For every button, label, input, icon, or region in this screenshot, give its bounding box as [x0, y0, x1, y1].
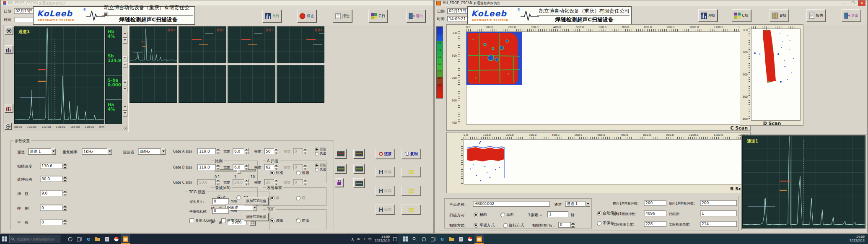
toolbar-cscan-button[interactable]: C扫: [368, 10, 388, 22]
date-field[interactable]: 02月13日: [447, 8, 467, 14]
row-gap-field[interactable]: 1: [700, 210, 737, 216]
notepad-icon[interactable]: [456, 234, 465, 244]
toolbar-ascan-button[interactable]: A扫: [262, 10, 282, 22]
date-field[interactable]: 02月13日: [14, 8, 34, 14]
cscan-plot[interactable]: [466, 31, 748, 125]
search-input[interactable]: [16, 237, 58, 241]
ime-indicator[interactable]: 中: [367, 234, 373, 244]
mini-channel-panel-1[interactable]: 通道1: [130, 26, 177, 63]
print-2-button[interactable]: [402, 186, 421, 196]
gate-b-start-spinner[interactable]: [216, 164, 220, 170]
dir-vertical-radio[interactable]: 纵向: [500, 212, 514, 218]
toolbar-report-button[interactable]: 报告: [806, 9, 826, 22]
save-params-button[interactable]: 保存: [376, 167, 395, 177]
tcg-add-button[interactable]: 添加TCG取值: [244, 197, 268, 205]
restore-button[interactable]: 还原: [376, 149, 395, 159]
gate-a-amp-spinner[interactable]: [274, 148, 278, 154]
ascan-standard-radio[interactable]: 标准: [270, 170, 283, 176]
print-1-button[interactable]: [402, 167, 421, 177]
gate-c-width-field[interactable]: 20.0: [233, 179, 244, 185]
notepad-icon[interactable]: [102, 234, 111, 244]
chevron-down-icon[interactable]: [51, 148, 56, 155]
gate-b-start-field[interactable]: 119.0: [197, 164, 216, 170]
scan-reject-spinner[interactable]: [571, 222, 575, 228]
gate-a-color-button[interactable]: [335, 149, 346, 158]
gate-b-lose-radio[interactable]: 失波: [315, 167, 326, 171]
v-pulse-field[interactable]: 200: [700, 200, 737, 206]
gate-a-width-spinner[interactable]: [244, 148, 249, 154]
folder-icon[interactable]: [93, 234, 102, 244]
taskbar-search-box[interactable]: [9, 235, 60, 243]
maximize-button[interactable]: ❐: [850, 0, 856, 6]
edge-icon[interactable]: e: [84, 234, 93, 244]
cortana-icon[interactable]: [65, 234, 75, 244]
toolbar-exit-button[interactable]: 退出: [842, 9, 861, 22]
ascan-plot[interactable]: 通道1: [14, 26, 104, 124]
right-window-titlebar[interactable]: MU_EDGE_CSCAN 多通道超声探伤仪 ─ ❐ ✕: [435, 0, 867, 6]
toolbar-report-button[interactable]: 报告: [333, 10, 352, 22]
product-name-field[interactable]: HB001002: [473, 201, 550, 207]
detect-height-field[interactable]: 214: [700, 221, 737, 227]
dir-horizontal-radio[interactable]: 横向: [474, 212, 487, 218]
toolbar-ascan-button[interactable]: A扫: [698, 9, 718, 22]
scan-reject-field[interactable]: 0: [558, 222, 571, 228]
gate-b-width-spinner[interactable]: [244, 164, 249, 170]
gate-b-width-field[interactable]: 6.0: [233, 164, 244, 170]
folder-icon[interactable]: [447, 234, 456, 244]
notification-center-icon[interactable]: [391, 234, 398, 244]
tcg-use-checkbox[interactable]: 使用TCG: [221, 218, 241, 223]
mode-flat-radio[interactable]: 平板方式: [474, 223, 495, 228]
resize-grip-icon[interactable]: [123, 125, 128, 130]
scan-depth-spinner[interactable]: [63, 163, 67, 169]
histogram-view-button[interactable]: [5, 104, 13, 112]
taskbar-clock[interactable]: 14:092022/2/13: [850, 235, 865, 243]
gate-c-alarm-spinner[interactable]: [303, 179, 307, 185]
tof-flank-radio[interactable]: 前沿: [296, 218, 309, 223]
toolbar-cscan-button[interactable]: C扫: [732, 9, 751, 22]
mini-channel-panel-5[interactable]: [130, 65, 177, 103]
channel-combo[interactable]: 通道 1: [28, 148, 56, 155]
meas-4-spinner[interactable]: [123, 105, 127, 117]
chevron-down-icon[interactable]: [586, 201, 590, 207]
gate-d-color-button[interactable]: [353, 164, 365, 174]
gate-c-start-field[interactable]: 50.0: [197, 179, 216, 185]
lock-button[interactable]: [335, 178, 344, 187]
koleeb-app-icon[interactable]: [474, 234, 484, 244]
no-save-radio[interactable]: 不保存: [597, 221, 614, 226]
pulse-shift-spinner[interactable]: [63, 176, 67, 182]
toolbar-bscan-button[interactable]: B扫: [770, 9, 789, 22]
gate-b-alarm-field[interactable]: 0: [293, 164, 303, 170]
task-view-icon[interactable]: [75, 234, 84, 244]
tray-chevron-icon[interactable]: ∧: [350, 234, 355, 244]
pinwheel-app-icon[interactable]: [111, 234, 121, 244]
meas-2-spinner[interactable]: [123, 56, 127, 68]
mini-channel-panel-7[interactable]: [228, 65, 275, 103]
gate-a-amp-field[interactable]: 50: [264, 148, 274, 154]
mini-channel-panel-3[interactable]: 通道3: [228, 26, 275, 63]
mini-channel-panel-2[interactable]: 通道2: [179, 26, 226, 63]
scan-depth-field[interactable]: 130.6: [40, 163, 62, 169]
probe-size-field[interactable]: 0: [212, 198, 229, 204]
right-ascan-plot[interactable]: 通道1: [742, 135, 865, 228]
mini-channel-panel-4[interactable]: 通道4: [277, 26, 324, 63]
gate-c-amp-field[interactable]: 20: [264, 179, 274, 185]
shift-field[interactable]: 0: [40, 219, 62, 225]
network-icon[interactable]: ⊕: [355, 234, 361, 244]
toolbar-exit-button[interactable]: 退出: [406, 10, 425, 22]
time-field[interactable]: [14, 17, 34, 22]
task-view-icon[interactable]: [428, 234, 438, 244]
detect-length-field[interactable]: 228: [644, 221, 666, 227]
tof-peak-radio[interactable]: 波峰: [270, 218, 283, 223]
mode-rotate-radio[interactable]: 旋转方式: [503, 223, 524, 228]
pulse-shift-field[interactable]: 80.0: [40, 176, 62, 182]
save-data-button[interactable]: 保存: [376, 205, 395, 215]
emit-single-radio[interactable]: 单: [270, 195, 280, 201]
gate-a-start-spinner[interactable]: [216, 148, 220, 154]
bscan-plot[interactable]: [464, 139, 749, 184]
edge-icon[interactable]: e: [438, 234, 447, 244]
dscan-plot[interactable]: [751, 29, 801, 121]
gate-c-amp-spinner[interactable]: [274, 179, 278, 185]
save-cscan-button[interactable]: 保存: [376, 186, 395, 196]
meas-3-spinner[interactable]: [123, 80, 127, 92]
gate-c-color-button[interactable]: [335, 164, 346, 174]
